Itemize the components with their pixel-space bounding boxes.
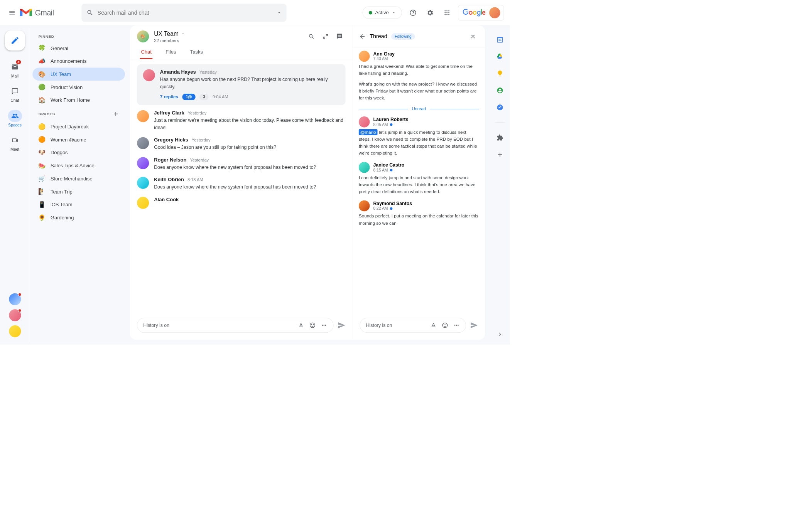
- emoji-icon: 🌻: [39, 214, 46, 221]
- author-name: Amanda Hayes: [160, 69, 196, 75]
- plus-icon[interactable]: [113, 111, 119, 117]
- svg-point-3: [444, 12, 446, 13]
- msg-time: Yesteday: [199, 70, 217, 75]
- avatar: [359, 116, 370, 128]
- space-women[interactable]: 🟠Women @acme: [32, 133, 125, 146]
- message[interactable]: Alan Cook: [137, 197, 345, 209]
- add-button[interactable]: [496, 151, 504, 159]
- compose-button[interactable]: [5, 30, 25, 51]
- apps-button[interactable]: [441, 7, 453, 19]
- more-icon[interactable]: [321, 322, 327, 328]
- addons-button[interactable]: [496, 134, 504, 142]
- extension-icon: [497, 134, 503, 141]
- space-daybreak[interactable]: 🟡Project Daybreak: [32, 120, 125, 133]
- svg-point-2: [448, 10, 449, 11]
- chat-compose-input[interactable]: History is on: [137, 318, 333, 333]
- chat-title[interactable]: UX Team: [154, 30, 185, 37]
- space-ux-team[interactable]: 🎨UX Team: [32, 68, 125, 81]
- rail-meet[interactable]: Meet: [2, 132, 27, 154]
- search-icon: [308, 33, 315, 40]
- collapse-icon: [322, 33, 329, 40]
- message[interactable]: Jeffrey ClarkYesterday Just a reminder w…: [137, 110, 345, 131]
- chevron-right-icon[interactable]: [497, 331, 503, 337]
- settings-button[interactable]: [424, 7, 436, 19]
- mail-badge: 4: [16, 60, 21, 64]
- status-chip[interactable]: Active: [362, 7, 402, 19]
- contacts-app[interactable]: [496, 86, 504, 94]
- space-general[interactable]: 🍀General: [32, 42, 125, 55]
- rail-avatar-2[interactable]: [9, 309, 21, 321]
- message[interactable]: Gregory HicksYesterday Good idea – Jason…: [137, 137, 345, 151]
- avatar: [359, 51, 370, 62]
- reply-count[interactable]: 7 replies: [160, 94, 178, 100]
- more-icon[interactable]: [453, 322, 460, 328]
- unread-divider: Unread: [359, 106, 479, 111]
- emoji-icon: 🟡: [39, 123, 46, 130]
- collapse-button[interactable]: [319, 30, 331, 42]
- format-icon[interactable]: [298, 322, 304, 328]
- svg-point-7: [446, 14, 448, 15]
- gmail-logo[interactable]: Gmail: [20, 8, 54, 17]
- thread-icon: [336, 33, 343, 40]
- thread-button[interactable]: [333, 30, 345, 42]
- space-ios[interactable]: 📱iOS Team: [32, 198, 125, 211]
- hamburger-icon: [8, 9, 15, 16]
- search-input[interactable]: [98, 9, 277, 16]
- chat-subtitle: 22 members: [154, 38, 185, 43]
- status-label: Active: [375, 10, 388, 15]
- space-team-trip[interactable]: 🧗Team Trip: [32, 185, 125, 198]
- chat-search-button[interactable]: [306, 30, 318, 42]
- nav-rail: 4 Mail Chat Spaces Meet: [0, 25, 30, 345]
- space-merch[interactable]: 🛒Store Merchandise: [32, 172, 125, 185]
- thread-message[interactable]: Raymond Santos 8:22 AM Sounds perfect. I…: [359, 200, 479, 227]
- tab-tasks[interactable]: Tasks: [189, 46, 204, 59]
- thread-compose-input[interactable]: History is on: [360, 318, 466, 333]
- search-icon: [86, 9, 93, 16]
- thread-message[interactable]: Ann Gray 7:43 AM I had a great weekend! …: [359, 51, 479, 102]
- svg-point-10: [323, 325, 324, 326]
- calendar-app[interactable]: 31: [496, 35, 504, 44]
- drive-app[interactable]: [496, 52, 504, 61]
- space-doggos[interactable]: 🐶Doggos: [32, 146, 125, 159]
- keep-app[interactable]: [496, 69, 504, 77]
- message[interactable]: Keith Obrien8:13 AM Does anyone know whe…: [137, 177, 345, 191]
- mention-chip[interactable]: @mario: [359, 129, 378, 135]
- rail-mail[interactable]: 4 Mail: [2, 59, 27, 81]
- help-button[interactable]: [407, 7, 419, 19]
- pinned-message[interactable]: Amanda Hayes Yesteday Has anyone begun w…: [137, 64, 345, 105]
- svg-point-6: [444, 14, 446, 15]
- send-icon[interactable]: [338, 321, 346, 329]
- rail-avatar-3[interactable]: [9, 325, 21, 337]
- keep-icon: [497, 70, 503, 77]
- search-box[interactable]: [81, 3, 286, 22]
- close-thread-button[interactable]: [467, 30, 479, 42]
- rail-spaces[interactable]: Spaces: [2, 108, 27, 130]
- rail-chat[interactable]: Chat: [2, 83, 27, 105]
- following-pill[interactable]: Following: [391, 33, 415, 40]
- space-sales[interactable]: 🍉Sales Tips & Advice: [32, 159, 125, 172]
- rail-avatar-1[interactable]: [9, 293, 21, 305]
- space-product-vision[interactable]: 🟢Product Vision: [32, 81, 125, 94]
- user-avatar: [489, 7, 500, 18]
- emoji-icon[interactable]: [309, 322, 316, 328]
- emoji-icon[interactable]: [442, 322, 448, 328]
- tab-chat[interactable]: Chat: [140, 46, 153, 59]
- meet-icon: [11, 136, 19, 144]
- space-announcements[interactable]: 📣Announcements: [32, 55, 125, 68]
- message[interactable]: Roger NelsonYesterday Does anyone know w…: [137, 157, 345, 171]
- dropdown-icon[interactable]: [277, 10, 282, 15]
- svg-text:31: 31: [498, 38, 502, 42]
- send-icon[interactable]: [470, 321, 478, 329]
- menu-button[interactable]: [6, 7, 18, 19]
- google-account[interactable]: [458, 5, 504, 20]
- back-arrow-icon[interactable]: [359, 33, 366, 40]
- space-wfh[interactable]: 🏠Work From Home: [32, 94, 125, 107]
- avatar: [359, 200, 370, 211]
- tasks-app[interactable]: [496, 103, 504, 111]
- space-gardening[interactable]: 🌻Gardening: [32, 211, 125, 224]
- thread-message[interactable]: Janice Castro 8:15 AM I can definitely j…: [359, 162, 479, 195]
- tab-files[interactable]: Files: [165, 46, 177, 59]
- format-icon[interactable]: [430, 322, 437, 328]
- pencil-icon: [10, 36, 19, 45]
- thread-message[interactable]: Lauren Roberts 8:05 AM @mario let's jump…: [359, 116, 479, 157]
